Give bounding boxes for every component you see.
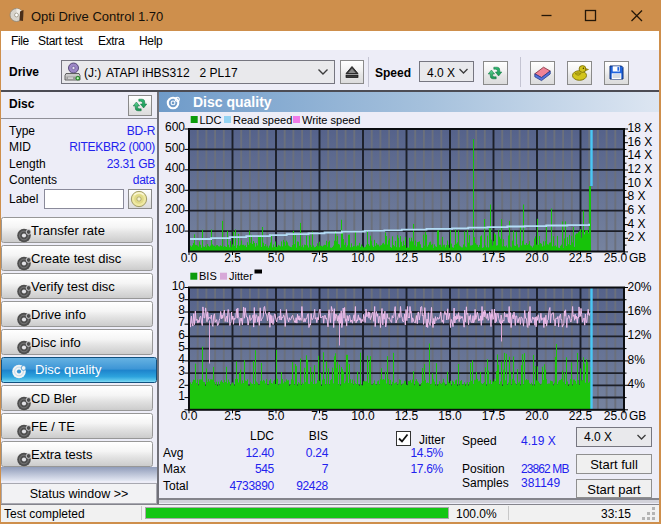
svg-text:7.5: 7.5	[311, 409, 328, 423]
svg-text:10.0: 10.0	[351, 409, 375, 423]
svg-text:10.0: 10.0	[351, 251, 375, 265]
svg-text:12.5: 12.5	[395, 409, 419, 423]
svg-text:GB: GB	[629, 409, 646, 423]
svg-text:GB: GB	[629, 251, 646, 265]
svg-text:16 X: 16 X	[628, 135, 653, 149]
svg-text:22.5: 22.5	[569, 409, 593, 423]
svg-text:12%: 12%	[628, 328, 652, 342]
svg-text:200: 200	[165, 202, 185, 216]
svg-text:0.0: 0.0	[181, 251, 198, 265]
svg-text:12 X: 12 X	[628, 162, 653, 176]
svg-text:15.0: 15.0	[438, 251, 462, 265]
svg-text:8 X: 8 X	[628, 189, 646, 203]
svg-text:2 X: 2 X	[628, 230, 646, 244]
svg-text:Read speed: Read speed	[233, 114, 292, 126]
svg-text:20%: 20%	[628, 280, 652, 294]
svg-text:25.0: 25.0	[604, 251, 628, 265]
svg-text:14 X: 14 X	[628, 148, 653, 162]
svg-text:17.5: 17.5	[482, 251, 506, 265]
svg-text:600: 600	[165, 120, 185, 134]
svg-text:15.0: 15.0	[438, 409, 462, 423]
svg-text:2.5: 2.5	[224, 251, 241, 265]
svg-text:18 X: 18 X	[628, 121, 653, 135]
svg-text:22.5: 22.5	[569, 251, 593, 265]
svg-text:4 X: 4 X	[628, 217, 646, 231]
svg-text:400: 400	[165, 161, 185, 175]
svg-text:10 X: 10 X	[628, 176, 653, 190]
svg-text:8%: 8%	[628, 353, 646, 367]
svg-text:4%: 4%	[628, 377, 646, 391]
svg-text:20.0: 20.0	[525, 251, 549, 265]
svg-text:16%: 16%	[628, 304, 652, 318]
svg-text:Jitter: Jitter	[229, 270, 253, 282]
svg-text:25.0: 25.0	[604, 409, 628, 423]
svg-text:7.5: 7.5	[311, 251, 328, 265]
svg-text:100: 100	[165, 222, 185, 236]
svg-text:5.0: 5.0	[268, 251, 285, 265]
svg-text:17.5: 17.5	[482, 409, 506, 423]
svg-text:20.0: 20.0	[525, 409, 549, 423]
svg-text:Write speed: Write speed	[302, 114, 361, 126]
svg-text:0.0: 0.0	[181, 409, 198, 423]
svg-text:BIS: BIS	[199, 270, 217, 282]
svg-text:1: 1	[178, 389, 185, 403]
svg-text:LDC: LDC	[200, 114, 222, 126]
svg-text:2.5: 2.5	[224, 409, 241, 423]
svg-text:5.0: 5.0	[268, 409, 285, 423]
svg-text:500: 500	[165, 141, 185, 155]
svg-text:6 X: 6 X	[628, 203, 646, 217]
svg-text:300: 300	[165, 182, 185, 196]
svg-text:12.5: 12.5	[395, 251, 419, 265]
